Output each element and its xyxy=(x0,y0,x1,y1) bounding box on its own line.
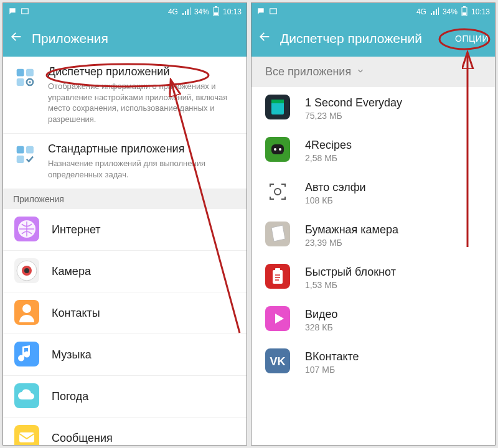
app-row[interactable]: Бумажная камера23,39 МБ xyxy=(251,214,495,256)
app-icon xyxy=(265,95,293,122)
app-icon xyxy=(14,425,40,445)
section-app-manager[interactable]: Диспетчер приложений Отображение информа… xyxy=(3,57,247,134)
app-row[interactable]: 1 Second Everyday75,23 МБ xyxy=(251,87,495,129)
svg-rect-41 xyxy=(273,270,283,284)
group-header: Приложения xyxy=(3,189,247,209)
app-bar: Приложения xyxy=(3,21,247,57)
app-row[interactable]: Видео328 КБ xyxy=(251,299,495,341)
signal-icon xyxy=(182,7,190,17)
chat-icon xyxy=(8,7,17,17)
options-button[interactable]: ОПЦИИ xyxy=(455,34,489,44)
app-row[interactable]: Сообщения xyxy=(3,418,247,445)
app-row[interactable]: Быстрый блокнот1,53 МБ xyxy=(251,256,495,299)
app-label: Контакты xyxy=(52,307,100,320)
tiles-gear-icon xyxy=(16,68,37,89)
app-name: Видео xyxy=(305,308,338,321)
svg-rect-9 xyxy=(17,146,24,154)
svg-rect-28 xyxy=(463,6,466,7)
app-size: 2,58 МБ xyxy=(305,153,352,163)
svg-rect-26 xyxy=(270,8,277,13)
app-row[interactable]: Авто сэлфи108 КБ xyxy=(251,172,495,214)
app-label: Интернет xyxy=(52,223,101,236)
battery-percent: 34% xyxy=(194,7,209,16)
app-icon xyxy=(14,383,40,409)
svg-point-17 xyxy=(24,268,29,273)
app-size: 328 КБ xyxy=(305,322,338,332)
svg-rect-29 xyxy=(463,12,466,15)
chevron-down-icon xyxy=(356,65,365,78)
app-row[interactable]: 4Recipes2,58 МБ xyxy=(251,129,495,172)
app-size: 108 КБ xyxy=(305,195,366,205)
battery-icon xyxy=(213,6,219,18)
back-icon[interactable] xyxy=(258,30,271,47)
svg-text:VK: VK xyxy=(270,355,285,368)
section-desc: Отображение информации о приложениях и у… xyxy=(48,81,237,124)
network-label: 4G xyxy=(168,7,178,16)
app-icon xyxy=(14,258,40,284)
status-bar: 4G 34% 10:13 xyxy=(3,3,247,21)
svg-rect-6 xyxy=(17,78,24,86)
app-label: Погода xyxy=(52,390,88,403)
app-name: 4Recipes xyxy=(305,139,352,152)
section-desc: Назначение приложений для выполнения опр… xyxy=(48,158,237,180)
app-name: 1 Second Everyday xyxy=(305,96,402,110)
svg-rect-23 xyxy=(19,432,34,442)
clock-label: 10:13 xyxy=(223,7,242,16)
app-row[interactable]: Интернет xyxy=(3,209,247,251)
phone-right: 4G 34% 10:13 Диспетчер приложений ОПЦИИ … xyxy=(251,2,496,446)
svg-rect-11 xyxy=(17,156,24,163)
app-label: Камера xyxy=(52,265,91,278)
svg-point-8 xyxy=(29,81,31,83)
app-icon xyxy=(14,217,40,243)
app-row[interactable]: Музыка xyxy=(3,334,247,376)
app-label: Музыка xyxy=(52,348,92,362)
app-row[interactable]: VKВКонтакте107 МБ xyxy=(251,341,495,383)
content-area: Диспетчер приложений Отображение информа… xyxy=(3,57,247,445)
svg-rect-5 xyxy=(26,69,34,77)
app-bar: Диспетчер приложений ОПЦИИ xyxy=(251,21,495,57)
app-icon xyxy=(14,300,40,326)
svg-rect-3 xyxy=(214,12,218,15)
signal-icon xyxy=(430,7,439,17)
battery-percent: 34% xyxy=(443,7,458,16)
app-name: Авто сэлфи xyxy=(305,181,366,194)
svg-rect-4 xyxy=(17,69,24,77)
svg-point-19 xyxy=(22,304,31,313)
svg-rect-37 xyxy=(265,179,290,204)
phone-left: 4G 34% 10:13 Приложения xyxy=(2,2,247,446)
app-icon: VK xyxy=(265,348,293,376)
section-default-apps[interactable]: Стандартные приложения Назначение прилож… xyxy=(3,134,247,189)
app-icon xyxy=(265,306,293,334)
battery-icon xyxy=(461,6,467,18)
app-label: Сообщения xyxy=(52,432,113,445)
app-size: 1,53 МБ xyxy=(305,280,396,290)
app-name: Бумажная камера xyxy=(305,223,398,236)
app-icon xyxy=(265,137,293,164)
section-title: Диспетчер приложений xyxy=(48,65,237,78)
section-title: Стандартные приложения xyxy=(48,142,237,156)
app-name: ВКонтакте xyxy=(305,350,359,363)
app-icon xyxy=(265,179,293,207)
filter-label: Все приложения xyxy=(265,65,351,78)
chat-icon xyxy=(256,7,265,17)
app-size: 75,23 МБ xyxy=(305,111,402,121)
svg-rect-2 xyxy=(215,6,217,7)
svg-point-35 xyxy=(274,148,276,151)
app-size: 23,39 МБ xyxy=(305,238,398,248)
app-icon xyxy=(265,264,293,291)
clock-label: 10:13 xyxy=(471,7,490,16)
svg-rect-42 xyxy=(275,268,280,271)
svg-rect-32 xyxy=(271,100,284,103)
filter-dropdown[interactable]: Все приложения xyxy=(251,57,495,87)
app-icon xyxy=(14,342,40,368)
app-row[interactable]: Контакты xyxy=(3,292,247,334)
svg-rect-10 xyxy=(26,146,34,154)
app-row[interactable]: Погода xyxy=(3,376,247,418)
app-row[interactable]: Камера xyxy=(3,251,247,292)
svg-rect-34 xyxy=(271,144,284,154)
status-bar: 4G 34% 10:13 xyxy=(251,3,495,21)
window-icon xyxy=(269,7,278,17)
back-icon[interactable] xyxy=(9,30,23,47)
app-icon xyxy=(265,222,293,249)
tiles-check-icon xyxy=(16,145,37,166)
